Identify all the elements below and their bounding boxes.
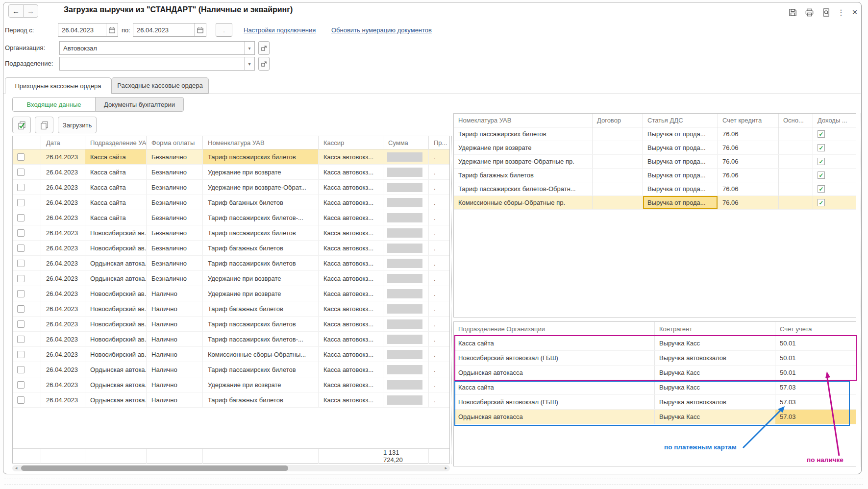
period-extra-button[interactable]: . — [216, 23, 232, 37]
table-row[interactable]: Ордынская автокасса Выручка Касс 50.01 — [454, 366, 856, 380]
department-field[interactable]: ▾ — [59, 57, 255, 71]
row-checkbox[interactable] — [17, 169, 25, 176]
table-row[interactable]: Тариф пассажирских билетов-Обратн... Выр… — [454, 182, 856, 196]
calendar-button[interactable] — [194, 24, 206, 36]
table-row[interactable]: 26.04.2023 Новосибирский ав... Налично Т… — [13, 317, 449, 332]
check-all-button[interactable] — [12, 117, 31, 133]
dropdown-button[interactable]: ▾ — [244, 57, 254, 70]
table-row[interactable]: 26.04.2023 Касса сайта Безналично Тариф … — [13, 149, 449, 165]
income-checkbox[interactable]: ✓ — [818, 144, 825, 151]
table-row[interactable]: 26.04.2023 Касса сайта Безналично Удержа… — [13, 180, 449, 195]
row-checkbox[interactable] — [17, 199, 25, 206]
table-row[interactable]: 26.04.2023 Новосибирский ав... Налично Т… — [13, 332, 449, 347]
connection-settings-link[interactable]: Настройки подключения — [244, 26, 316, 34]
table-row[interactable]: 26.04.2023 Ордынская автока... Безналичн… — [13, 271, 449, 286]
header-org-department[interactable]: Подразделение Организации — [454, 322, 655, 336]
table-row[interactable]: Ордынская автокасса Выручка Касс 57.03 — [454, 410, 856, 424]
row-checkbox[interactable] — [17, 290, 25, 297]
header-sum[interactable]: Сумма — [383, 136, 429, 149]
more-button[interactable]: ⋮ — [835, 6, 847, 18]
header-credit-account[interactable]: Счет кредита — [718, 114, 779, 127]
table-row[interactable]: Тариф багажных билетов Выручка от прода.… — [454, 169, 856, 182]
dropdown-button[interactable]: ▾ — [244, 42, 254, 54]
table-row[interactable]: Касса сайта Выручка Касс 57.03 — [454, 380, 856, 395]
tab-outgoing-cash-orders[interactable]: Расходные кассовые ордера — [111, 77, 209, 94]
organization-open-button[interactable] — [258, 41, 270, 55]
table-row[interactable]: 26.04.2023 Ордынская автока... Налично У… — [13, 377, 449, 392]
renumber-documents-link[interactable]: Обновить нумерацию документов — [331, 26, 432, 34]
header-counterparty[interactable]: Контрагент — [655, 322, 775, 336]
table-row[interactable]: 26.04.2023 Новосибирский ав... Налично У… — [13, 286, 449, 301]
table-row[interactable]: 26.04.2023 Новосибирский ав... Налично К… — [13, 347, 449, 362]
tab-incoming-cash-orders[interactable]: Приходные кассовые ордера — [5, 77, 111, 94]
table-row[interactable]: 26.04.2023 Касса сайта Безналично Тариф … — [13, 210, 449, 225]
organization-value[interactable]: Автовокзал — [60, 42, 244, 54]
table-row[interactable]: Удержание при возврате Выручка от прода.… — [454, 141, 856, 155]
row-checkbox[interactable] — [17, 305, 25, 313]
table-row[interactable]: 26.04.2023 Касса сайта Безналично Тариф … — [13, 195, 449, 210]
table-row[interactable]: 26.04.2023 Новосибирский ав... Налично Т… — [13, 301, 449, 317]
horizontal-scrollbar[interactable]: ◄ ► — [12, 465, 450, 471]
period-from-field[interactable]: 26.04.2023 — [58, 23, 118, 37]
table-row[interactable]: 26.04.2023 Касса сайта Безналично Удержа… — [13, 165, 449, 180]
close-button[interactable]: × — [849, 6, 861, 18]
table-row[interactable]: 26.04.2023 Новосибирский ав... Безналичн… — [13, 225, 449, 241]
row-checkbox[interactable] — [17, 153, 25, 161]
forward-button[interactable]: → — [23, 4, 38, 18]
row-checkbox[interactable] — [17, 260, 25, 267]
row-checkbox[interactable] — [17, 336, 25, 343]
uncheck-all-button[interactable] — [35, 117, 53, 133]
table-row[interactable]: Новосибирский автовокзал (ГБШ) Выручка а… — [454, 395, 856, 410]
scrollbar-thumb[interactable] — [21, 465, 288, 471]
header-income[interactable]: Доходы ... — [813, 114, 856, 127]
panel-splitter[interactable] — [451, 136, 452, 464]
table-row[interactable]: Комиссионные сборы-Обратные пр. Выручка … — [454, 196, 856, 210]
row-checkbox[interactable] — [17, 214, 25, 221]
row-checkbox[interactable] — [17, 184, 25, 191]
row-checkbox[interactable] — [17, 366, 25, 373]
back-button[interactable]: ← — [8, 4, 24, 18]
subtab-accounting-docs[interactable]: Документы бухгалтерии — [95, 97, 184, 112]
header-account[interactable]: Счет учета — [775, 322, 856, 336]
right-edge-splitter[interactable] — [861, 113, 861, 466]
period-to-value[interactable]: 26.04.2023 — [133, 24, 194, 36]
header-osn[interactable]: Осно... — [779, 114, 813, 127]
income-checkbox[interactable]: ✓ — [818, 199, 825, 206]
scroll-right-arrow[interactable]: ► — [442, 465, 450, 471]
bottom-splitter[interactable] — [4, 479, 863, 485]
calendar-button[interactable] — [106, 24, 118, 36]
table-row[interactable]: 26.04.2023 Новосибирский ав... Безналичн… — [13, 241, 449, 256]
period-from-value[interactable]: 26.04.2023 — [58, 24, 106, 36]
table-row[interactable]: 26.04.2023 Ордынская автока... Налично Т… — [13, 392, 449, 408]
header-contract[interactable]: Договор — [593, 114, 643, 127]
income-checkbox[interactable]: ✓ — [818, 171, 825, 179]
scroll-left-arrow[interactable]: ◄ — [12, 465, 20, 471]
row-checkbox[interactable] — [17, 320, 25, 328]
table-row[interactable]: Новосибирский автовокзал (ГБШ) Выручка а… — [454, 351, 856, 366]
row-checkbox[interactable] — [17, 275, 25, 282]
period-to-field[interactable]: 26.04.2023 — [133, 23, 206, 37]
print-button[interactable] — [803, 6, 815, 18]
save-button[interactable] — [787, 6, 798, 18]
header-nomenclature-uav[interactable]: Номеклатура УАВ — [454, 114, 593, 127]
row-checkbox[interactable] — [17, 351, 25, 358]
header-payment-form[interactable]: Форма оплаты — [147, 136, 203, 149]
row-checkbox[interactable] — [17, 244, 25, 252]
table-row[interactable]: Касса сайта Выручка Касс 50.01 — [454, 336, 856, 351]
income-checkbox[interactable]: ✓ — [818, 158, 825, 165]
load-button[interactable]: Загрузить — [58, 117, 97, 133]
subtab-input-data[interactable]: Входящие данные — [12, 97, 96, 112]
department-value[interactable] — [60, 57, 244, 70]
row-checkbox[interactable] — [17, 396, 25, 404]
table-row[interactable]: Удержание при возврате-Обратные пр. Выру… — [454, 155, 856, 169]
income-checkbox[interactable]: ✓ — [818, 130, 825, 138]
row-checkbox[interactable] — [17, 381, 25, 389]
row-checkbox[interactable] — [17, 229, 25, 237]
department-open-button[interactable] — [258, 57, 270, 71]
header-checkbox-column[interactable] — [13, 136, 41, 149]
income-checkbox[interactable]: ✓ — [818, 185, 825, 193]
header-cashier[interactable]: Кассир — [319, 136, 383, 149]
table-row[interactable]: 26.04.2023 Ордынская автока... Налично Т… — [13, 362, 449, 377]
header-department[interactable]: Подразделение УАВ — [85, 136, 147, 149]
header-date[interactable]: Дата — [41, 136, 85, 149]
